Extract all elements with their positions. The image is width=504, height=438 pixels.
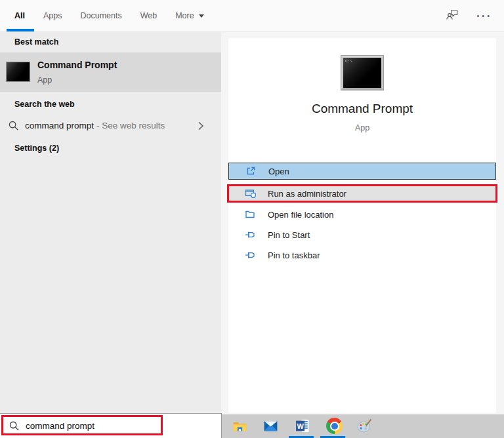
best-match-subtitle: App [37, 75, 52, 85]
settings-header: Settings (2) [14, 144, 59, 153]
web-suffix: - See web results [96, 121, 165, 130]
pin-icon [245, 229, 257, 240]
web-query: command prompt [25, 121, 94, 130]
folder-location-icon [245, 209, 257, 220]
action-pin-to-taskbar[interactable]: Pin to taskbar [228, 247, 496, 264]
action-open[interactable]: Open [228, 163, 496, 180]
file-explorer-icon[interactable] [232, 418, 248, 434]
tab-more[interactable]: More [175, 0, 203, 31]
windows-search-flyout: All Apps Documents Web More ••• Best mat… [0, 0, 504, 438]
action-run-as-admin-label: Run as administrator [268, 189, 346, 199]
preview-subtitle: App [228, 123, 496, 132]
tab-all[interactable]: All [14, 0, 25, 31]
run-as-admin-shield-icon [245, 188, 257, 199]
action-open-label: Open [268, 167, 289, 176]
results-panel: Best match Command Prompt App Search the… [0, 32, 221, 413]
cmd-icon-text: C:\ [345, 59, 352, 64]
action-pin-to-start[interactable]: Pin to Start [228, 226, 496, 243]
search-web-header: Search the web [14, 100, 75, 109]
search-icon [8, 120, 19, 134]
svg-text:W: W [297, 422, 304, 430]
word-icon[interactable]: W [295, 418, 311, 434]
tab-documents[interactable]: Documents [80, 0, 121, 31]
tab-apps[interactable]: Apps [43, 0, 62, 31]
action-pin-to-taskbar-label: Pin to taskbar [268, 250, 320, 260]
tab-web[interactable]: Web [140, 0, 157, 31]
action-open-file-location[interactable]: Open file location [228, 206, 496, 223]
chevron-right-icon[interactable] [198, 121, 204, 134]
search-filter-bar: All Apps Documents Web More ••• [0, 0, 504, 32]
best-match-title: Command Prompt [37, 60, 117, 70]
filter-tabs: All Apps Documents Web More [14, 0, 204, 31]
web-result-text: command prompt- See web results [25, 121, 165, 130]
pin-icon [245, 250, 257, 260]
chevron-down-icon [199, 14, 204, 18]
preview-pane: C:\ Command Prompt App Open Run as admin… [228, 38, 496, 413]
taskbar-search-box[interactable]: command prompt [0, 413, 222, 438]
search-input-value[interactable]: command prompt [26, 421, 94, 431]
search-icon [9, 420, 20, 431]
preview-title: Command Prompt [228, 102, 496, 116]
paint-3d-icon[interactable] [356, 418, 373, 434]
action-pin-to-start-label: Pin to Start [268, 230, 310, 240]
action-run-as-administrator[interactable]: Run as administrator [227, 184, 497, 203]
feedback-icon[interactable] [446, 8, 459, 24]
best-match-header: Best match [14, 37, 58, 47]
web-search-result[interactable]: command prompt- See web results [0, 115, 221, 136]
open-icon [245, 166, 257, 176]
best-match-result[interactable]: Command Prompt App [0, 52, 221, 92]
mail-icon[interactable] [262, 418, 279, 434]
command-prompt-icon-large: C:\ [341, 56, 383, 90]
chrome-icon[interactable] [326, 418, 343, 434]
action-open-file-location-label: Open file location [268, 210, 333, 220]
more-options-icon[interactable]: ••• [476, 12, 492, 20]
command-prompt-icon [6, 62, 30, 82]
header-actions: ••• [446, 0, 492, 31]
